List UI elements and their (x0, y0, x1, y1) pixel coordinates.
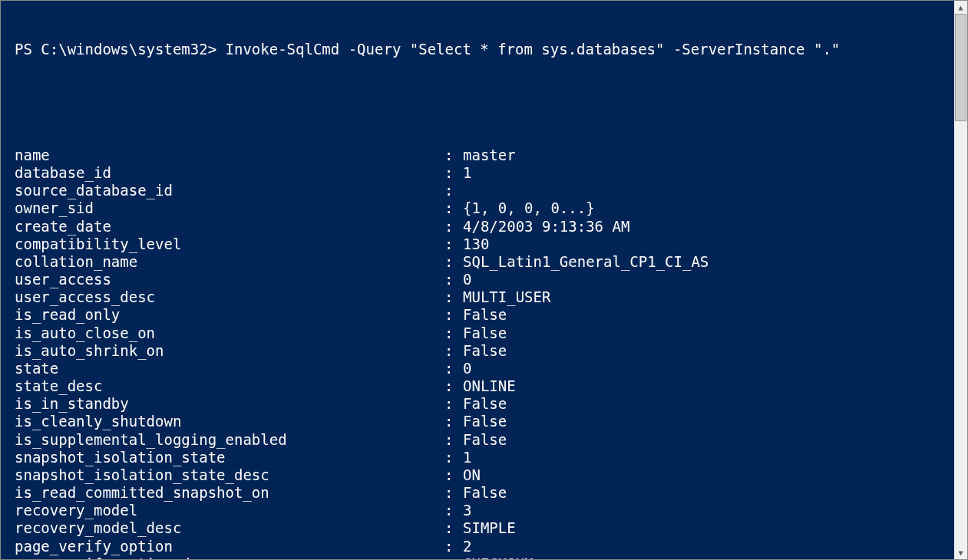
property-key: page_verify_option_desc (15, 555, 444, 560)
property-value: SQL_Latin1_General_CP1_CI_AS (463, 253, 960, 271)
separator: : (444, 218, 463, 236)
property-value: False (463, 431, 960, 449)
separator: : (444, 538, 463, 555)
separator: : (444, 182, 463, 199)
separator: : (444, 236, 463, 253)
property-key: database_id (15, 164, 444, 182)
separator: : (444, 502, 463, 519)
output-row: state_desc: ONLINE (15, 377, 960, 395)
property-key: create_date (15, 218, 444, 236)
property-value: {1, 0, 0, 0...} (463, 199, 960, 217)
property-key: is_in_standby (15, 395, 444, 413)
property-value: CHECKSUM (463, 555, 960, 560)
property-key: user_access (15, 271, 444, 288)
separator: : (444, 164, 463, 182)
output-row: is_read_only: False (15, 306, 960, 324)
property-key: state_desc (15, 377, 444, 395)
property-key: page_verify_option (15, 538, 444, 555)
property-value (463, 182, 960, 199)
output-row: recovery_model: 3 (15, 502, 960, 519)
property-value: ONLINE (463, 377, 960, 395)
separator: : (444, 484, 463, 502)
property-key: snapshot_isolation_state_desc (15, 466, 444, 484)
separator: : (444, 306, 463, 324)
property-key: is_auto_close_on (15, 324, 444, 342)
scrollbar-thumb[interactable] (955, 14, 966, 121)
separator: : (444, 377, 463, 395)
property-key: is_cleanly_shutdown (15, 413, 444, 430)
property-value: 1 (463, 449, 960, 466)
property-key: snapshot_isolation_state (15, 449, 444, 466)
property-value: 4/8/2003 9:13:36 AM (463, 218, 960, 236)
property-key: state (15, 360, 444, 377)
output-row: database_id: 1 (15, 164, 960, 182)
property-value: 2 (463, 538, 960, 555)
separator: : (444, 324, 463, 342)
output-row: is_auto_shrink_on: False (15, 342, 960, 360)
property-value: False (463, 306, 960, 324)
property-key: name (15, 147, 444, 164)
property-value: 0 (463, 360, 960, 377)
output-row: snapshot_isolation_state: 1 (15, 449, 960, 466)
property-value: False (463, 324, 960, 342)
output-row: is_supplemental_logging_enabled: False (15, 431, 960, 449)
property-value: False (463, 395, 960, 413)
output-row: page_verify_option: 2 (15, 538, 960, 555)
output-row: owner_sid: {1, 0, 0, 0...} (15, 199, 960, 217)
property-value: 1 (463, 164, 960, 182)
output-row: create_date: 4/8/2003 9:13:36 AM (15, 218, 960, 236)
property-key: is_supplemental_logging_enabled (15, 431, 444, 449)
property-key: is_auto_shrink_on (15, 342, 444, 360)
property-value: 3 (463, 502, 960, 519)
property-key: is_read_committed_snapshot_on (15, 484, 444, 502)
output-row: compatibility_level: 130 (15, 236, 960, 253)
scroll-down-arrow-icon[interactable]: ▼ (954, 546, 967, 559)
separator: : (444, 288, 463, 306)
property-value: ON (463, 466, 960, 484)
output-row: page_verify_option_desc: CHECKSUM (15, 555, 960, 560)
output-row: collation_name: SQL_Latin1_General_CP1_C… (15, 253, 960, 271)
output-row: is_in_standby: False (15, 395, 960, 413)
separator: : (444, 147, 463, 164)
property-value: SIMPLE (463, 519, 960, 537)
property-key: compatibility_level (15, 236, 444, 253)
separator: : (444, 555, 463, 560)
output-row: is_read_committed_snapshot_on: False (15, 484, 960, 502)
output-row: source_database_id: (15, 182, 960, 199)
property-value: False (463, 413, 960, 430)
separator: : (444, 342, 463, 360)
output-row: is_cleanly_shutdown: False (15, 413, 960, 430)
vertical-scrollbar[interactable]: ▲ ▼ (954, 1, 967, 559)
output-row: state: 0 (15, 360, 960, 377)
prompt-line: PS C:\windows\system32> Invoke-SqlCmd -Q… (15, 41, 960, 58)
property-key: collation_name (15, 253, 444, 271)
output-row: name: master (15, 147, 960, 164)
output-row: snapshot_isolation_state_desc: ON (15, 466, 960, 484)
separator: : (444, 431, 463, 449)
property-value: master (463, 147, 960, 164)
separator: : (444, 413, 463, 430)
property-value: MULTI_USER (463, 288, 960, 306)
property-value: 0 (463, 271, 960, 288)
property-value: False (463, 484, 960, 502)
property-key: user_access_desc (15, 288, 444, 306)
separator: : (444, 519, 463, 537)
scroll-up-arrow-icon[interactable]: ▲ (954, 1, 967, 14)
separator: : (444, 360, 463, 377)
output-row: user_access: 0 (15, 271, 960, 288)
output-row: is_auto_close_on: False (15, 324, 960, 342)
property-key: is_read_only (15, 306, 444, 324)
property-key: recovery_model_desc (15, 519, 444, 537)
property-value: False (463, 342, 960, 360)
output-row: recovery_model_desc: SIMPLE (15, 519, 960, 537)
separator: : (444, 271, 463, 288)
output-row: user_access_desc: MULTI_USER (15, 288, 960, 306)
separator: : (444, 449, 463, 466)
separator: : (444, 199, 463, 217)
property-key: source_database_id (15, 182, 444, 199)
output-list: name: masterdatabase_id: 1source_databas… (15, 147, 960, 560)
property-key: owner_sid (15, 199, 444, 217)
separator: : (444, 253, 463, 271)
terminal-pane[interactable]: PS C:\windows\system32> Invoke-SqlCmd -Q… (1, 1, 967, 560)
separator: : (444, 466, 463, 484)
